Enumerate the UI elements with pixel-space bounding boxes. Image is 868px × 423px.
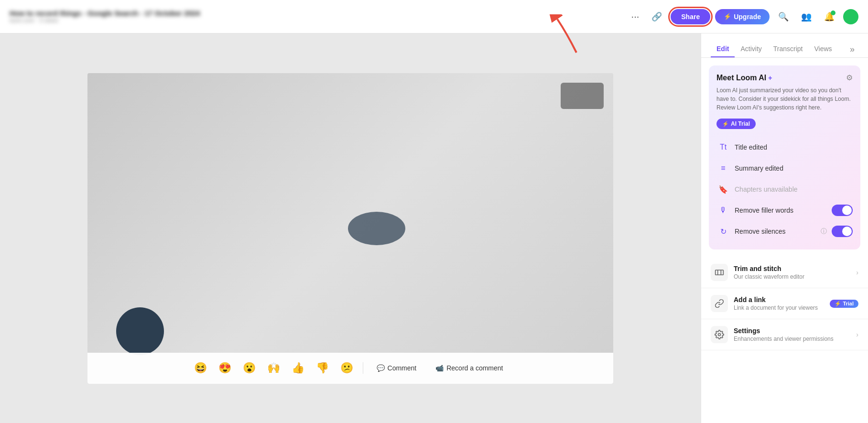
ai-item-summary[interactable]: ≡ Summary edited [716,158,853,179]
tab-views[interactable]: Views [809,41,838,57]
header-title-area: How to record things - Google Search - 1… [10,9,622,24]
svg-point-4 [718,334,721,336]
trim-icon [711,264,728,281]
add-link-trial-badge: Trial [830,300,858,308]
ai-title-label: Title edited [735,143,853,151]
ai-trial-badge[interactable]: AI Trial [716,119,756,129]
header-actions: ··· 🔗 Share Upgrade 🔍 👥 🔔 [628,9,858,24]
reaction-thumbsdown[interactable]: 👎 [314,360,331,376]
trim-desc: Our classic waveform editor [734,273,850,280]
comment-label: Comment [388,364,417,372]
tab-activity[interactable]: Activity [735,41,767,57]
page-title: How to record things - Google Search - 1… [10,9,622,17]
ai-silences-label: Remove silences [735,228,816,235]
ai-item-silences[interactable]: ↻ Remove silences ⓘ [716,221,853,242]
ai-summary-icon: ≡ [716,162,730,175]
add-link-desc: Link a document for your viewers [734,304,824,311]
trim-title: Trim and stitch [734,265,850,272]
sidebar-collapse-button[interactable]: » [846,43,858,56]
video-area: 😆 😍 😮 🙌 👍 👎 😕 💬 Comment 📹 Record a comme… [0,33,701,423]
search-button[interactable]: 🔍 [774,10,792,24]
ai-settings-button[interactable]: ⚙ [846,73,853,82]
silences-toggle[interactable] [832,226,853,237]
tab-transcript[interactable]: Transcript [768,41,809,57]
settings-chevron: › [856,331,858,338]
copy-link-button[interactable]: 🔗 [648,10,666,24]
add-link-text: Add a link Link a document for your view… [734,296,824,311]
filler-toggle[interactable] [832,205,853,216]
svg-rect-1 [716,270,724,275]
link-icon [711,295,728,312]
settings-icon [711,326,728,343]
ai-chapters-label: Chapters unavailable [735,185,853,193]
trim-chevron: › [856,269,858,276]
ai-chapters-icon: 🔖 [716,183,730,196]
video-pip [561,83,604,109]
add-link-right: Trial [830,300,858,308]
video-background [87,73,613,384]
ai-plus-icon: + [768,74,772,82]
sidebar-tabs: Edit Activity Transcript Views » [701,33,868,58]
reaction-thumbsup[interactable]: 👍 [290,360,306,376]
ai-title-text: Meet Loom AI [716,74,766,82]
notifications-button[interactable]: 🔔 [820,10,838,24]
record-label: Record a comment [446,364,503,372]
divider [363,362,363,374]
tab-edit[interactable]: Edit [711,41,735,57]
avatar[interactable] [843,9,858,24]
ai-item-title[interactable]: Tt Title edited [716,137,853,158]
ai-item-chapters[interactable]: 🔖 Chapters unavailable [716,179,853,200]
sidebar-item-add-link[interactable]: Add a link Link a document for your view… [701,288,868,319]
record-comment-button[interactable]: 📹 Record a comment [430,361,509,375]
reaction-love[interactable]: 😍 [217,360,233,376]
trim-right: › [856,269,858,276]
ai-filler-icon: 🎙 [716,204,730,217]
record-icon: 📹 [435,364,444,372]
share-button[interactable]: Share [671,9,710,24]
ai-filler-label: Remove filler words [735,206,827,214]
ai-title-icon: Tt [716,141,730,154]
search-icon: 🔍 [778,12,789,22]
video-player[interactable]: 😆 😍 😮 🙌 👍 👎 😕 💬 Comment 📹 Record a comme… [87,73,613,384]
settings-title: Settings [734,327,850,335]
more-options-button[interactable]: ··· [628,9,643,24]
header: How to record things - Google Search - 1… [0,0,868,33]
video-avatar [116,307,164,355]
settings-desc: Enhancements and viewer permissions [734,336,850,342]
sidebar-item-settings[interactable]: Settings Enhancements and viewer permiss… [701,319,868,350]
comment-button[interactable]: 💬 Comment [371,361,423,375]
comment-icon: 💬 [377,364,385,372]
ai-description: Loom AI just summarized your video so yo… [716,86,853,112]
settings-text: Settings Enhancements and viewer permiss… [734,327,850,342]
people-icon: 👥 [801,12,812,22]
reaction-laughing[interactable]: 😆 [192,360,209,376]
ai-title: Meet Loom AI + [716,74,772,82]
upgrade-button[interactable]: Upgrade [715,9,770,24]
add-link-title: Add a link [734,296,824,304]
reaction-wow[interactable]: 😮 [241,360,258,376]
people-button[interactable]: 👥 [797,10,815,24]
settings-right: › [856,331,858,338]
reaction-clap[interactable]: 🙌 [265,360,282,376]
ai-panel: Meet Loom AI + ⚙ Loom AI just summarized… [709,65,860,249]
silences-info-icon[interactable]: ⓘ [821,227,827,236]
video-controls-bar: 😆 😍 😮 🙌 👍 👎 😕 💬 Comment 📹 Record a comme… [87,353,613,384]
reaction-confused[interactable]: 😕 [338,360,355,376]
main-content: 😆 😍 😮 🙌 👍 👎 😕 💬 Comment 📹 Record a comme… [0,33,868,423]
notification-indicator [831,11,835,15]
ai-item-filler[interactable]: 🎙 Remove filler words [716,200,853,221]
ai-silences-icon: ↻ [716,225,730,238]
video-subject [348,212,405,245]
right-sidebar: Edit Activity Transcript Views » Meet Lo… [701,33,868,423]
trim-text: Trim and stitch Our classic waveform edi… [734,265,850,280]
sidebar-item-trim[interactable]: Trim and stitch Our classic waveform edi… [701,257,868,288]
ai-panel-header: Meet Loom AI + ⚙ [716,73,853,82]
page-subtitle: loom.com · 3 views [10,17,622,24]
ai-summary-label: Summary edited [735,164,853,172]
